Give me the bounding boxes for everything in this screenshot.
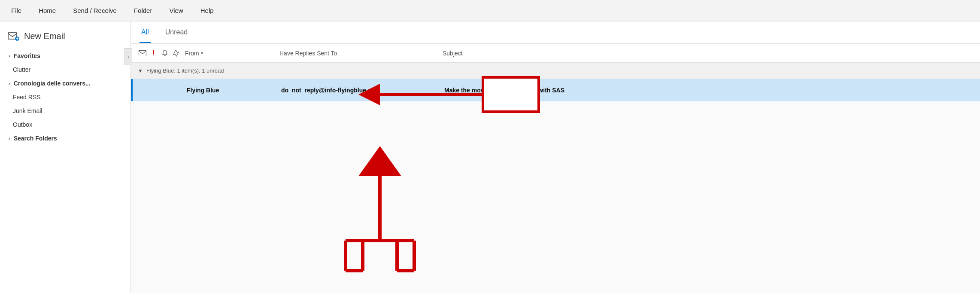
tabs-bar: All Unread (131, 21, 980, 44)
sidebar-item-feed-rss[interactable]: Feed RSS (0, 90, 130, 104)
sidebar-item-favorites[interactable]: › Favorites (0, 49, 130, 63)
email-subject: Make the most of your next trips with SA… (444, 87, 973, 94)
sidebar-item-label: Clutter (13, 66, 30, 73)
sidebar-item-label: Cronologia delle convers... (14, 80, 91, 87)
chevron-right-icon: › (9, 136, 10, 141)
pin-icon (171, 49, 181, 58)
chevron-right-icon: › (9, 81, 10, 86)
sidebar-item-junk-email[interactable]: Junk Email (0, 104, 130, 118)
svg-rect-4 (139, 50, 146, 56)
menu-bar: File Home Send / Receive Folder View Hel… (0, 0, 980, 21)
subject-label: Subject (443, 50, 463, 57)
sidebar-item-clutter[interactable]: Clutter (0, 63, 130, 76)
from-sort-icon: ▾ (201, 51, 203, 55)
menu-help[interactable]: Help (198, 5, 216, 16)
sidebar-item-label: Favorites (14, 52, 40, 59)
new-email-label: New Email (24, 31, 65, 41)
new-email-button[interactable]: New Email (0, 25, 130, 47)
menu-send-receive[interactable]: Send / Receive (70, 5, 119, 16)
chevron-left-icon: ‹ (127, 54, 129, 60)
right-panel: All Unread ! (131, 21, 980, 293)
replies-label: Have Replies Sent To (279, 50, 337, 57)
sidebar-item-label: Junk Email (13, 107, 42, 114)
chevron-right-icon: › (9, 53, 10, 58)
from-label: From (185, 50, 199, 57)
email-row[interactable]: Flying Blue do_not_reply@info-flyingblue… (131, 79, 980, 101)
sidebar-item-search-folders[interactable]: › Search Folders (0, 131, 130, 145)
menu-home[interactable]: Home (36, 5, 58, 16)
group-collapse-icon[interactable]: ▼ (138, 68, 143, 74)
sidebar-item-label: Feed RSS (13, 94, 41, 101)
menu-file[interactable]: File (9, 5, 24, 16)
sidebar: New Email ‹ › Favorites Clutter › Cronol… (0, 21, 131, 293)
reminder-icon (160, 49, 170, 58)
column-from-header[interactable]: From ▾ (185, 50, 279, 57)
email-from: Flying Blue (187, 87, 281, 94)
group-label: Flying Blue: 1 item(s), 1 unread (146, 67, 224, 74)
tab-unread[interactable]: Unread (164, 22, 189, 43)
email-reply-to: do_not_reply@info-flyingblue.com (281, 87, 444, 94)
email-list-header: ! From ▾ Ha (131, 44, 980, 63)
sidebar-item-label: Search Folders (14, 135, 57, 142)
main-layout: New Email ‹ › Favorites Clutter › Cronol… (0, 21, 980, 293)
sidebar-item-cronologia[interactable]: › Cronologia delle convers... (0, 76, 130, 90)
email-group-header[interactable]: ▼ Flying Blue: 1 item(s), 1 unread (131, 63, 980, 79)
menu-folder[interactable]: Folder (131, 5, 155, 16)
column-subject-header: Subject (443, 50, 973, 57)
sidebar-item-outbox[interactable]: Outbox (0, 118, 130, 131)
sidebar-collapse-button[interactable]: ‹ (124, 48, 132, 65)
column-replies-header: Have Replies Sent To (279, 50, 443, 57)
importance-icon: ! (149, 49, 158, 58)
new-email-icon (8, 31, 20, 41)
envelope-icon (138, 49, 147, 58)
menu-view[interactable]: View (167, 5, 185, 16)
tab-all[interactable]: All (140, 22, 151, 43)
header-icons-group: ! (138, 49, 185, 58)
sidebar-item-label: Outbox (13, 121, 32, 128)
